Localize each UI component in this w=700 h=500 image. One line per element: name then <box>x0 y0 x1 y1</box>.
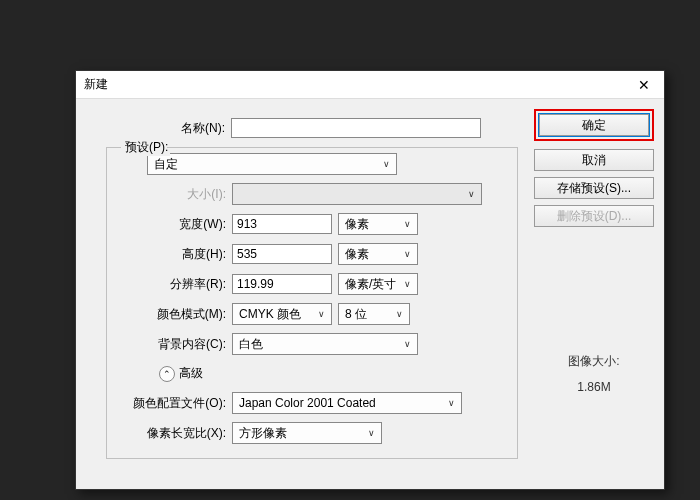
image-size-value: 1.86M <box>534 380 654 394</box>
preset-group: 预设(P): 自定∨ 大小(I): ∨ 宽度(W): <box>106 147 518 459</box>
chevron-down-icon: ∨ <box>396 309 403 319</box>
width-unit-select[interactable]: 像素∨ <box>338 213 418 235</box>
image-size-label: 图像大小: <box>534 353 654 370</box>
form-area: 名称(N): 预设(P): 自定∨ 大小(I): ∨ <box>76 99 534 489</box>
chevron-down-icon: ∨ <box>318 309 325 319</box>
dialog-content: 名称(N): 预设(P): 自定∨ 大小(I): ∨ <box>76 99 664 489</box>
resolution-label: 分辨率(R): <box>107 276 232 293</box>
colorprofile-label: 颜色配置文件(O): <box>107 395 232 412</box>
chevron-down-icon: ∨ <box>468 189 475 199</box>
ok-button[interactable]: 确定 <box>539 114 649 136</box>
chevron-down-icon: ∨ <box>448 398 455 408</box>
size-select: ∨ <box>232 183 482 205</box>
pixelaspect-label: 像素长宽比(X): <box>107 425 232 442</box>
preset-select[interactable]: 自定∨ <box>147 153 397 175</box>
bgcontent-select[interactable]: 白色∨ <box>232 333 418 355</box>
new-document-dialog: 新建 ✕ 名称(N): 预设(P): 自定∨ 大小(I): <box>75 70 665 490</box>
bgcontent-label: 背景内容(C): <box>107 336 232 353</box>
size-label: 大小(I): <box>107 186 232 203</box>
colorprofile-select[interactable]: Japan Color 2001 Coated∨ <box>232 392 462 414</box>
cancel-button[interactable]: 取消 <box>534 149 654 171</box>
save-preset-button[interactable]: 存储预设(S)... <box>534 177 654 199</box>
bitdepth-select[interactable]: 8 位∨ <box>338 303 410 325</box>
ok-highlight-box: 确定 <box>534 109 654 141</box>
advanced-label: 高级 <box>179 365 203 382</box>
colormode-label: 颜色模式(M): <box>107 306 232 323</box>
name-label: 名称(N): <box>76 120 231 137</box>
colormode-select[interactable]: CMYK 颜色∨ <box>232 303 332 325</box>
width-input[interactable] <box>232 214 332 234</box>
collapse-icon: ⌃ <box>159 366 175 382</box>
chevron-down-icon: ∨ <box>404 249 411 259</box>
chevron-down-icon: ∨ <box>383 159 390 169</box>
pixelaspect-select[interactable]: 方形像素∨ <box>232 422 382 444</box>
button-column: 确定 取消 存储预设(S)... 删除预设(D)... 图像大小: 1.86M <box>534 99 664 489</box>
height-input[interactable] <box>232 244 332 264</box>
height-unit-select[interactable]: 像素∨ <box>338 243 418 265</box>
name-input[interactable] <box>231 118 481 138</box>
dialog-title: 新建 <box>84 76 632 93</box>
chevron-down-icon: ∨ <box>404 219 411 229</box>
resolution-unit-select[interactable]: 像素/英寸∨ <box>338 273 418 295</box>
delete-preset-button: 删除预设(D)... <box>534 205 654 227</box>
width-label: 宽度(W): <box>107 216 232 233</box>
chevron-down-icon: ∨ <box>404 339 411 349</box>
titlebar: 新建 ✕ <box>76 71 664 99</box>
advanced-toggle[interactable]: ⌃ 高级 <box>159 365 511 382</box>
height-label: 高度(H): <box>107 246 232 263</box>
image-size-info: 图像大小: 1.86M <box>534 353 654 394</box>
chevron-down-icon: ∨ <box>368 428 375 438</box>
resolution-input[interactable] <box>232 274 332 294</box>
preset-label: 预设(P): <box>123 139 170 156</box>
close-icon[interactable]: ✕ <box>632 73 656 97</box>
chevron-down-icon: ∨ <box>404 279 411 289</box>
